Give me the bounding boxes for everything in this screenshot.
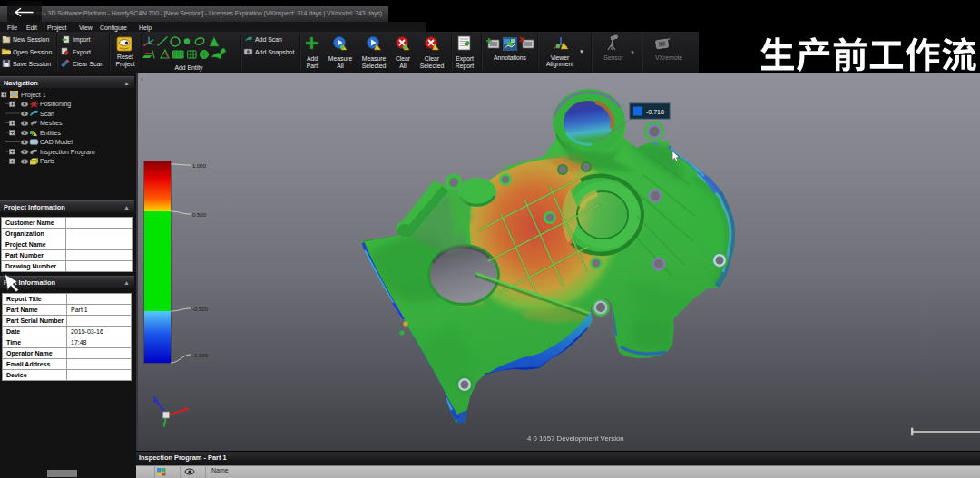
svg-text:-1.000: -1.000 <box>192 353 209 358</box>
svg-text:0.500: 0.500 <box>192 212 207 218</box>
svg-text:1.000: 1.000 <box>192 163 207 169</box>
svg-text:-0.500: -0.500 <box>192 307 209 312</box>
svg-text:-0.718: -0.718 <box>646 109 664 115</box>
